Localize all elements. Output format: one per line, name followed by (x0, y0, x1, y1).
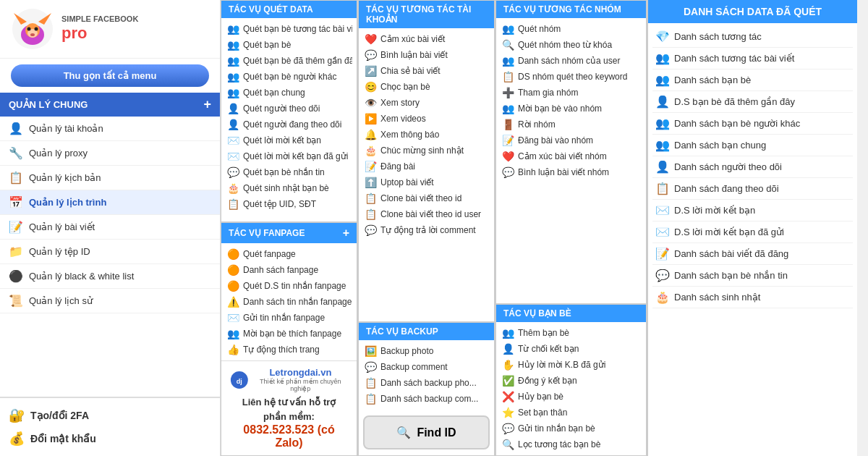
backup-item-3[interactable]: 📋Danh sách backup com... (363, 391, 490, 407)
nhom-item-0[interactable]: 👥Quét nhóm (501, 21, 642, 37)
main-content: TÁC VỤ QUÉT DATA 👥Quét bạn bè tương tác … (221, 0, 868, 456)
data-item-10[interactable]: 📝Danh sách bài viết đã đăng (652, 243, 853, 265)
nhom-item-3[interactable]: 📋DS nhóm quét theo keyword (501, 69, 642, 85)
fanpage-item-1[interactable]: 🟠Danh sách fanpage (226, 262, 352, 278)
quet-data-item-8[interactable]: ✉️Quét lời mời kết bạn đã gửi (226, 148, 352, 164)
section-expand-icon[interactable]: + (203, 97, 211, 112)
bb-item-0[interactable]: 👥Thêm bạn bè (501, 325, 642, 341)
data-item-3[interactable]: 👤D.S bạn bè đã thêm gần đây (652, 91, 853, 113)
fanpage-item-3[interactable]: ⚠️Danh sách tin nhắn fanpage (226, 294, 352, 310)
tk-item-7[interactable]: 🎂Chúc mừng sinh nhật (363, 143, 490, 159)
tk-item-2[interactable]: ↗️Chia sẻ bài viết (363, 63, 490, 79)
fp-icon-0: 🟠 (227, 248, 239, 260)
contact-area: dj Letrongdai.vn Thiết kế phần mềm chuyê… (221, 360, 357, 455)
find-id-button[interactable]: 🔍 Find ID (363, 415, 490, 449)
nhom-item-1[interactable]: 🔍Quét nhóm theo từ khóa (501, 37, 642, 53)
tk-item-6[interactable]: 🔔Xem thông báo (363, 127, 490, 143)
quet-data-item-11[interactable]: 📋Quét tệp UID, SĐT (226, 196, 352, 212)
sidebar-item-fileid[interactable]: 📁 Quản lý tệp ID (0, 240, 220, 264)
quet-data-item-4[interactable]: 👥Quét bạn chung (226, 85, 352, 101)
quet-data-item-3[interactable]: 👥Quét bạn bè người khác (226, 69, 352, 85)
tk-item-3[interactable]: 😊Chọc bạn bè (363, 79, 490, 95)
tk-item-0[interactable]: ❤️Cảm xúc bài viết (363, 31, 490, 47)
data-item-9[interactable]: ✉️D.S lời mời kết bạn đã gửi (652, 221, 853, 243)
sidebar-item-history[interactable]: 📜 Quản lý lịch sử (0, 289, 220, 313)
data-item-4[interactable]: 👥Danh sách bạn bè người khác (652, 113, 853, 135)
sidebar-item-script[interactable]: 📋 Quản lý kịch bản (0, 166, 220, 190)
nhom-item-7[interactable]: 📝Đăng bài vào nhóm (501, 132, 642, 148)
backup-item-0[interactable]: 🖼️Backup photo (363, 343, 490, 359)
quet-data-item-6[interactable]: 👤Quét người đang theo dõi (226, 117, 352, 132)
backup-item-1[interactable]: 💬Backup comment (363, 359, 490, 375)
nhom-item-2[interactable]: 👥Danh sách nhóm của user (501, 53, 642, 69)
fanpage-item-0[interactable]: 🟠Quét fanpage (226, 246, 352, 262)
fanpage-item-2[interactable]: 🟠Quét D.S tin nhắn fanpage (226, 278, 352, 294)
nhom-item-9[interactable]: 💬Bình luận bài viết nhóm (501, 164, 642, 180)
tk-item-5[interactable]: ▶️Xem videos (363, 111, 490, 127)
fp-icon-6: 👍 (227, 344, 239, 355)
bb-item-6[interactable]: 💬Gửi tin nhắn bạn bè (501, 421, 642, 436)
bb-item-4[interactable]: ❌Hủy bạn bè (501, 389, 642, 405)
quet-data-item-5[interactable]: 👤Quét người theo dõi (226, 101, 352, 117)
bb-item-2[interactable]: ✋Hủy lời mời K.B đã gửi (501, 357, 642, 373)
bb-item-1[interactable]: 👤Từ chối kết bạn (501, 341, 642, 357)
sidebar-item-accounts[interactable]: 👤 Quản lý tài khoản (0, 117, 220, 141)
fileid-icon: 📁 (9, 245, 23, 258)
sidebar-item-schedule[interactable]: 📅 Quản lý lịch trình (0, 190, 220, 215)
bb-icon-0: 👥 (502, 327, 514, 339)
collapse-button[interactable]: Thu gọn tất cả menu (11, 64, 209, 87)
nhom-item-6[interactable]: 🚪Rời nhóm (501, 117, 642, 132)
fanpage-item-5[interactable]: 👥Mời bạn bè thích fanpage (226, 326, 352, 342)
tk-item-11[interactable]: 📋Clone bài viết theo id user (363, 206, 490, 222)
tk-item-12[interactable]: 💬Tự động trả lời comment (363, 222, 490, 238)
blackwhite-icon: ⚫ (9, 269, 23, 283)
2fa-item[interactable]: 🔐 Tạo/đổi 2FA (9, 404, 211, 427)
data-icon-8: ✉️ (655, 203, 670, 217)
data-item-11[interactable]: 💬Danh sách bạn bè nhắn tin (652, 265, 853, 287)
tk-item-4[interactable]: 👁️Xem story (363, 95, 490, 111)
fanpage-item-4[interactable]: ✉️Gửi tin nhắn fanpage (226, 310, 352, 326)
nhom-icon-4: ➕ (502, 87, 514, 98)
quet-data-item-2[interactable]: 👥Quét bạn bè đã thêm gần đây (226, 53, 352, 69)
bb-icon-2: ✋ (502, 359, 514, 371)
nhom-item-8[interactable]: ❤️Cảm xúc bài viết nhóm (501, 148, 642, 164)
tk-item-1[interactable]: 💬Bình luận bài viết (363, 47, 490, 63)
data-item-1[interactable]: 👥Danh sách tương tác bài viết (652, 48, 853, 69)
tk-icon-5: ▶️ (365, 113, 377, 124)
fanpage-plus-icon[interactable]: + (343, 227, 349, 240)
panel-backup-title: TÁC VỤ BACKUP (366, 326, 438, 337)
quet-data-item-9[interactable]: 💬Quét bạn bè nhắn tin (226, 164, 352, 180)
quet-data-item-7[interactable]: ✉️Quét lời mời kết bạn (226, 132, 352, 148)
tk-item-10[interactable]: 📋Clone bài viết theo id (363, 190, 490, 206)
sidebar-item-proxy[interactable]: 🔧 Quản lý proxy (0, 141, 220, 166)
quet-icon-2: 👥 (227, 55, 239, 67)
fanpage-item-6[interactable]: 👍Tự động thích trang (226, 342, 352, 358)
data-item-8[interactable]: ✉️D.S lời mời kết bạn (652, 200, 853, 221)
data-item-2[interactable]: 👥Danh sách bạn bè (652, 69, 853, 91)
tk-item-9[interactable]: ⬆️Uptop bài viết (363, 174, 490, 190)
tk-item-8[interactable]: 📝Đăng bài (363, 159, 490, 174)
nhom-item-5[interactable]: 👥Mời bạn bè vào nhóm (501, 101, 642, 117)
bb-item-3[interactable]: ✅Đồng ý kết bạn (501, 373, 642, 389)
data-item-5[interactable]: 👥Danh sách bạn chung (652, 135, 853, 156)
quet-data-item-0[interactable]: 👥Quét bạn bè tương tác bài viết (226, 21, 352, 37)
backup-item-2[interactable]: 📋Danh sách backup pho... (363, 375, 490, 391)
fp-icon-1: 🟠 (227, 264, 239, 276)
quet-data-item-10[interactable]: 🎂Quét sinh nhật bạn bè (226, 180, 352, 196)
data-item-7[interactable]: 📋Danh sách đang theo dõi (652, 178, 853, 200)
nhom-item-4[interactable]: ➕Tham gia nhóm (501, 85, 642, 101)
data-item-0[interactable]: 💎Danh sách tương tác (652, 26, 853, 48)
data-item-12[interactable]: 🎂Danh sách sinh nhật (652, 287, 853, 308)
bb-item-5[interactable]: ⭐Set bạn thân (501, 405, 642, 421)
sidebar-item-blackwhite[interactable]: ⚫ Quản lý black & white list (0, 264, 220, 289)
bb-icon-1: 👤 (502, 343, 514, 355)
data-icon-12: 🎂 (655, 290, 670, 304)
data-item-6[interactable]: 👤Danh sách người theo dõi (652, 156, 853, 178)
2fa-icon: 🔐 (9, 408, 25, 423)
sidebar-item-posts[interactable]: 📝 Quản lý bài viết (0, 215, 220, 240)
bb-item-7[interactable]: 🔍Lọc tương tác bạn bè (501, 436, 642, 452)
data-icon-7: 📋 (655, 182, 670, 195)
password-item[interactable]: 💰 Đổi mật khẩu (9, 427, 211, 450)
bb-icon-3: ✅ (502, 375, 514, 387)
quet-data-item-1[interactable]: 👥Quét bạn bè (226, 37, 352, 53)
